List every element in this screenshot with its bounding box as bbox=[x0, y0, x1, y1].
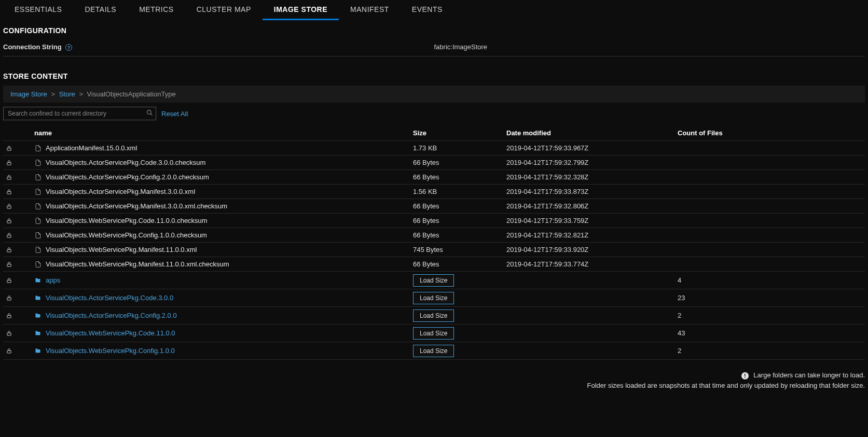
lock-icon bbox=[3, 145, 34, 151]
tab-bar: ESSENTIALSDETAILSMETRICSCLUSTER MAPIMAGE… bbox=[3, 0, 865, 20]
file-icon bbox=[34, 145, 42, 152]
file-name-cell: VisualObjects.WebServicePkg.Config.1.0.0… bbox=[34, 231, 413, 239]
table-row: VisualObjects.ActorServicePkg.Config.2.0… bbox=[3, 307, 865, 325]
row-name[interactable]: VisualObjects.WebServicePkg.Config.1.0.0 bbox=[46, 347, 175, 355]
tab-events[interactable]: EVENTS bbox=[401, 0, 454, 20]
file-icon bbox=[34, 188, 42, 195]
tab-details[interactable]: DETAILS bbox=[73, 0, 128, 20]
row-name[interactable]: VisualObjects.ActorServicePkg.Config.2.0… bbox=[46, 312, 177, 319]
load-size-button[interactable]: Load Size bbox=[413, 327, 454, 340]
size-cell: 1.73 KB bbox=[413, 144, 506, 152]
count-cell: 2 bbox=[678, 312, 865, 319]
file-icon bbox=[34, 203, 42, 210]
info-icon: ! bbox=[741, 372, 749, 379]
row-name: VisualObjects.WebServicePkg.Config.1.0.0… bbox=[46, 231, 207, 239]
configuration-heading: CONFIGURATION bbox=[3, 26, 865, 35]
breadcrumb-image-store[interactable]: Image Store bbox=[10, 90, 47, 98]
store-table: name Size Date modified Count of Files A… bbox=[3, 125, 865, 360]
row-name[interactable]: apps bbox=[46, 276, 60, 284]
tab-metrics[interactable]: METRICS bbox=[128, 0, 185, 20]
date-cell: 2019-04-12T17:59:33.967Z bbox=[506, 144, 678, 152]
date-cell: 2019-04-12T17:59:32.328Z bbox=[506, 173, 678, 181]
table-row: VisualObjects.ActorServicePkg.Code.3.0.0… bbox=[3, 289, 865, 307]
svg-rect-10 bbox=[7, 264, 11, 266]
breadcrumb-store[interactable]: Store bbox=[59, 90, 75, 98]
table-header: name Size Date modified Count of Files bbox=[3, 125, 865, 141]
lock-icon bbox=[3, 261, 34, 267]
reset-all-link[interactable]: Reset All bbox=[161, 110, 188, 118]
table-row: VisualObjects.WebServicePkg.Config.1.0.0… bbox=[3, 342, 865, 360]
file-icon bbox=[34, 174, 42, 181]
svg-rect-9 bbox=[7, 249, 11, 252]
date-cell: 2019-04-12T17:59:32.806Z bbox=[506, 202, 678, 210]
folder-name-cell[interactable]: VisualObjects.ActorServicePkg.Config.2.0… bbox=[34, 312, 413, 319]
size-cell: Load Size bbox=[413, 274, 506, 287]
svg-rect-3 bbox=[7, 162, 11, 165]
table-row: VisualObjects.WebServicePkg.Manifest.11.… bbox=[3, 257, 865, 272]
tab-manifest[interactable]: MANIFEST bbox=[339, 0, 401, 20]
folder-name-cell[interactable]: apps bbox=[34, 276, 413, 284]
connection-string-label: Connection String ? bbox=[3, 43, 434, 51]
svg-rect-12 bbox=[7, 298, 11, 300]
file-name-cell: VisualObjects.ActorServicePkg.Config.2.0… bbox=[34, 173, 413, 181]
size-cell: 66 Bytes bbox=[413, 173, 506, 181]
row-name: VisualObjects.ActorServicePkg.Manifest.3… bbox=[46, 202, 227, 210]
tab-image-store[interactable]: IMAGE STORE bbox=[263, 0, 339, 20]
load-size-button[interactable]: Load Size bbox=[413, 292, 454, 304]
row-name: VisualObjects.WebServicePkg.Manifest.11.… bbox=[46, 260, 229, 268]
row-name[interactable]: VisualObjects.WebServicePkg.Code.11.0.0 bbox=[46, 329, 175, 337]
col-count[interactable]: Count of Files bbox=[678, 129, 865, 137]
folder-name-cell[interactable]: VisualObjects.WebServicePkg.Config.1.0.0 bbox=[34, 347, 413, 355]
size-cell: 66 Bytes bbox=[413, 159, 506, 166]
lock-icon bbox=[3, 247, 34, 253]
breadcrumb-current: VisualObjectsApplicationType bbox=[87, 90, 176, 98]
col-name[interactable]: name bbox=[34, 129, 413, 137]
svg-rect-4 bbox=[7, 177, 11, 179]
table-row: VisualObjects.WebServicePkg.Config.1.0.0… bbox=[3, 228, 865, 243]
row-name: VisualObjects.WebServicePkg.Code.11.0.0.… bbox=[46, 217, 208, 224]
svg-rect-11 bbox=[7, 280, 11, 283]
breadcrumb: Image Store > Store > VisualObjectsAppli… bbox=[3, 86, 865, 103]
breadcrumb-sep: > bbox=[79, 90, 83, 98]
connection-string-label-text: Connection String bbox=[3, 43, 62, 51]
row-name: ApplicationManifest.15.0.0.xml bbox=[46, 144, 137, 152]
load-size-button[interactable]: Load Size bbox=[413, 274, 454, 287]
help-icon[interactable]: ? bbox=[65, 44, 72, 51]
table-row: VisualObjects.ActorServicePkg.Code.3.0.0… bbox=[3, 156, 865, 170]
lock-icon bbox=[3, 348, 34, 354]
search-input[interactable] bbox=[3, 107, 156, 120]
row-name[interactable]: VisualObjects.ActorServicePkg.Code.3.0.0 bbox=[46, 294, 173, 302]
svg-rect-15 bbox=[7, 350, 11, 353]
folder-icon bbox=[34, 277, 42, 284]
lock-icon bbox=[3, 218, 34, 224]
tab-cluster-map[interactable]: CLUSTER MAP bbox=[185, 0, 263, 20]
svg-rect-6 bbox=[7, 206, 11, 208]
svg-rect-2 bbox=[7, 148, 11, 150]
count-cell: 2 bbox=[678, 347, 865, 355]
file-name-cell: VisualObjects.ActorServicePkg.Manifest.3… bbox=[34, 188, 413, 195]
folder-name-cell[interactable]: VisualObjects.WebServicePkg.Code.11.0.0 bbox=[34, 329, 413, 337]
tab-essentials[interactable]: ESSENTIALS bbox=[3, 0, 73, 20]
svg-rect-5 bbox=[7, 191, 11, 194]
search-wrap bbox=[3, 107, 156, 120]
col-size[interactable]: Size bbox=[413, 129, 506, 137]
folder-icon bbox=[34, 330, 42, 337]
file-name-cell: VisualObjects.WebServicePkg.Manifest.11.… bbox=[34, 260, 413, 268]
size-cell: 66 Bytes bbox=[413, 231, 506, 239]
folder-icon bbox=[34, 347, 42, 355]
load-size-button[interactable]: Load Size bbox=[413, 345, 454, 357]
connection-string-value: fabric:ImageStore bbox=[434, 43, 488, 51]
lock-icon bbox=[3, 232, 34, 238]
size-cell: 66 Bytes bbox=[413, 202, 506, 210]
col-date[interactable]: Date modified bbox=[506, 129, 678, 137]
svg-rect-8 bbox=[7, 235, 11, 237]
search-row: Reset All bbox=[3, 107, 865, 121]
size-cell: Load Size bbox=[413, 327, 506, 340]
date-cell: 2019-04-12T17:59:33.759Z bbox=[506, 217, 678, 224]
table-row: ApplicationManifest.15.0.0.xml1.73 KB201… bbox=[3, 141, 865, 156]
size-cell: Load Size bbox=[413, 292, 506, 304]
lock-icon bbox=[3, 330, 34, 336]
folder-name-cell[interactable]: VisualObjects.ActorServicePkg.Code.3.0.0 bbox=[34, 294, 413, 302]
load-size-button[interactable]: Load Size bbox=[413, 309, 454, 322]
lock-icon bbox=[3, 295, 34, 301]
